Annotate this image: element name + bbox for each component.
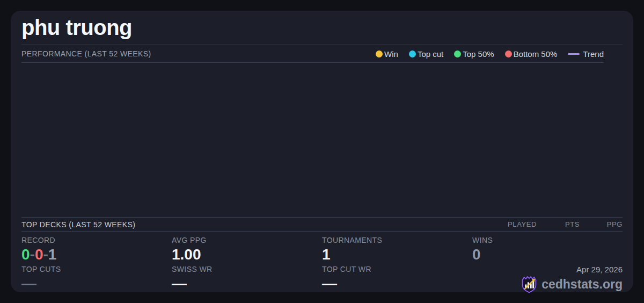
performance-chart <box>21 63 623 217</box>
legend-item-top-50: Top 50% <box>454 49 494 59</box>
column-header-pts: PTS <box>537 220 580 228</box>
legend-label: Trend <box>583 49 604 59</box>
stat-label: AVG PPG <box>172 236 322 244</box>
tournaments-value: 1 <box>322 247 472 263</box>
stat-tournaments: TOURNAMENTS 1 <box>322 236 472 263</box>
top-decks-header: TOP DECKS (LAST 52 WEEKS) PLAYED PTS PPG <box>21 217 623 232</box>
stat-swiss-wr: SWISS WR — <box>172 265 322 293</box>
record-wins: 0 <box>21 246 30 263</box>
legend-item-trend: Trend <box>568 49 604 59</box>
record-losses: 0 <box>35 246 43 263</box>
wins-value: 0 <box>472 247 623 263</box>
stat-label: TOP CUTS <box>21 265 172 273</box>
legend-item-bottom-50: Bottom 50% <box>505 49 558 59</box>
stat-label: TOP CUT WR <box>322 265 472 273</box>
column-header-played: PLAYED <box>494 220 537 228</box>
trend-line-icon <box>568 53 580 55</box>
avg-ppg-value: 1.00 <box>172 247 322 263</box>
column-header-ppg: PPG <box>580 220 623 228</box>
stat-avg-ppg: AVG PPG 1.00 <box>172 236 322 263</box>
cedhstats-logo-icon <box>521 276 537 293</box>
stats-grid: RECORD 0-0-1 AVG PPG 1.00 TOURNAMENTS 1 … <box>21 232 623 293</box>
chart-legend: Win Top cut Top 50% Bottom 50% Trend <box>376 49 604 59</box>
top-cut-wr-value: — <box>322 276 472 292</box>
stat-wins: WINS 0 <box>472 236 623 263</box>
top-decks-columns: PLAYED PTS PPG <box>494 220 623 228</box>
top-cut-dot-icon <box>409 50 416 57</box>
win-dot-icon <box>376 50 383 57</box>
record-draws: 1 <box>48 246 57 263</box>
legend-item-win: Win <box>376 49 398 59</box>
stat-top-cut-wr: TOP CUT WR — <box>322 265 472 293</box>
swiss-wr-value: — <box>172 276 322 292</box>
performance-header: PERFORMANCE (LAST 52 WEEKS) Win Top cut … <box>21 45 604 63</box>
record-value: 0-0-1 <box>21 247 172 263</box>
record-separator: - <box>43 246 48 263</box>
page-title: phu truong <box>21 16 132 40</box>
top-cuts-value: — <box>21 276 172 292</box>
stat-record: RECORD 0-0-1 <box>21 236 172 263</box>
stat-label: WINS <box>472 236 623 244</box>
legend-label: Top cut <box>418 49 443 59</box>
player-stats-card: phu truong PERFORMANCE (LAST 52 WEEKS) W… <box>11 11 633 292</box>
title-row: phu truong <box>21 11 623 45</box>
stat-label: SWISS WR <box>172 265 322 273</box>
record-separator: - <box>30 246 35 263</box>
brand-name: cedhstats.org <box>541 277 623 292</box>
brand[interactable]: cedhstats.org <box>521 276 623 293</box>
footer: Apr 29, 2026 cedhstats.org <box>472 265 623 293</box>
legend-item-top-cut: Top cut <box>409 49 443 59</box>
top-decks-section-label: TOP DECKS (LAST 52 WEEKS) <box>21 220 135 229</box>
report-date: Apr 29, 2026 <box>576 265 623 274</box>
stat-label: RECORD <box>21 236 172 244</box>
legend-label: Top 50% <box>463 49 494 59</box>
legend-label: Win <box>384 49 398 59</box>
stat-label: TOURNAMENTS <box>322 236 472 244</box>
performance-section-label: PERFORMANCE (LAST 52 WEEKS) <box>21 49 151 58</box>
bottom-50-dot-icon <box>505 50 512 57</box>
top-50-dot-icon <box>454 50 461 57</box>
legend-label: Bottom 50% <box>514 49 558 59</box>
stat-top-cuts: TOP CUTS — <box>21 265 172 293</box>
